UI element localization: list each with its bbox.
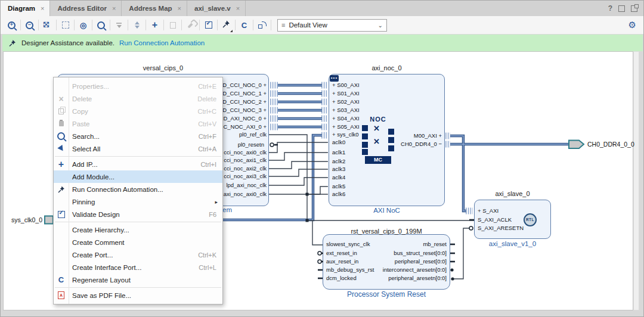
pin-icon [9,39,16,47]
tab-axi-slave-v[interactable]: axi_slave.v × [187,1,246,16]
menu-item-pinning[interactable]: Pinning ▸ [54,195,222,208]
toolbar-separator [181,20,182,30]
port-versal[interactable]: pl0_resetn [238,141,264,148]
port-rst[interactable]: ext_reset_in [326,250,357,256]
port-rst[interactable]: interconnect_aresetn[0:0] [383,266,447,273]
zoom-out-button[interactable]: − [23,18,36,32]
customize-button[interactable] [184,18,197,32]
port-rst[interactable]: mb_reset [423,241,447,247]
validate-design-button[interactable]: ✓ [202,18,215,32]
toolbar-separator [235,20,236,30]
external-port-ddr-label[interactable]: CH0_DDR4_0_0 [587,141,634,148]
port-versal[interactable]: lpd_axi_noc_clk [226,182,267,188]
menu-item-create-interface-port[interactable]: Create Interface Port... Ctrl+L [54,261,222,274]
tab-address-editor[interactable]: Address Editor × [50,1,122,16]
float-icon[interactable] [631,5,637,12]
port-axi-noc[interactable]: aclk1 [332,149,345,156]
port-versal[interactable]: D_CCI_NOC_0 + [222,82,267,88]
settings-gear-icon[interactable]: ⚙ [628,20,636,30]
port-versal[interactable]: IC_NOC_AXI_0 + [222,123,267,130]
menu-item-save-as-pdf[interactable]: A Save as PDF File... [54,289,222,302]
close-icon[interactable]: × [236,5,240,12]
menu-item-create-port[interactable]: Create Port... Ctrl+K [54,248,222,261]
port-axi-noc-ddr[interactable]: CH0_DDR4_0 − [401,141,442,147]
noc-logo: NOC ✕ ✕ MC [361,116,395,164]
port-axi-noc[interactable]: aclk5 [332,183,345,189]
port-rst[interactable]: dcm_locked [326,275,357,281]
duplicate-button[interactable] [166,18,179,32]
menu-item-search[interactable]: Search... Ctrl+F [54,130,222,142]
port-versal[interactable]: pl0_ref_clk [239,131,267,138]
port-axi-noc[interactable]: aclk2 [332,158,345,164]
port-versal[interactable]: D_CCI_NOC_1 + [222,90,267,97]
view-selector-dropdown[interactable]: ≡ Default View ⌄ [277,19,387,32]
search-button[interactable] [95,18,107,32]
zoom-in-button[interactable]: + [5,18,18,32]
port-axi-noc[interactable]: + S02_AXI [332,98,360,105]
port-versal[interactable]: cci_noc_axi2_clk [224,165,267,172]
menu-item-regenerate-layout[interactable]: C Regenerate Layout [54,274,222,286]
port-axi-slave[interactable]: + S_AXI [478,207,499,214]
menu-item-add-ip[interactable]: + Add IP... Ctrl+I [54,158,222,170]
port-rst[interactable]: aux_reset_in [326,258,358,265]
port-axi-noc-m00[interactable]: M00_AXI + [414,132,442,139]
interface-connections-button[interactable] [256,18,268,32]
menu-item-copy: Copy Ctrl+C [54,105,222,117]
menu-item-add-module[interactable]: Add Module... [54,170,222,183]
menu-item-create-comment[interactable]: Create Comment [54,236,222,248]
port-versal[interactable]: D_CCI_NOC_3 + [222,107,267,113]
port-rst[interactable]: peripheral_reset[0:0] [395,258,447,265]
block-caption-axi-slave: axi_slave_v1_0 [474,240,551,247]
close-icon[interactable]: × [112,5,116,12]
tab-address-map[interactable]: Address Map × [122,1,187,16]
port-versal[interactable]: cci_noc_axi3_clk [224,173,267,179]
port-axi-noc[interactable]: aclk6 [332,191,345,197]
toolbar-separator [56,20,57,30]
port-axi-noc[interactable]: aclk4 [332,174,345,181]
menu-item-validate-design[interactable]: ✓ Validate Design F6 [54,208,222,220]
block-caption-rst: Processor System Reset [323,290,450,299]
help-icon[interactable]: ? [608,4,612,13]
close-icon[interactable]: × [178,5,181,12]
port-versal[interactable]: D_CCI_NOC_2 + [222,98,267,105]
port-rst[interactable]: slowest_sync_clk [326,241,370,247]
port-axi-noc[interactable]: + sys_clk0 [332,131,359,138]
block-title-axi-slave: axi_slave_0 [474,190,551,197]
port-axi-noc[interactable]: + S00_AXI [332,82,360,88]
tab-diagram[interactable]: Diagram × [1,1,50,16]
add-ip-button[interactable]: + [148,18,161,32]
port-rst[interactable]: mb_debug_sys_rst [326,266,374,273]
port-axi-noc[interactable]: + S01_AXI [332,90,360,97]
port-axi-noc[interactable]: + S05_AXI [332,123,360,130]
collapse-button[interactable] [113,18,125,32]
run-connection-automation-link[interactable]: Run Connection Automation [119,39,205,46]
expand-button[interactable] [131,18,143,32]
toolbar-separator [38,20,39,30]
port-rst[interactable]: bus_struct_reset[0:0] [394,250,447,256]
center-selection-button[interactable]: ◎ [77,18,89,32]
menu-item-select-all[interactable]: Select All Ctrl+A [54,142,222,155]
zoom-fit-button[interactable]: ⤢⤡ [41,18,54,32]
menu-item-run-connection-automation[interactable]: Run Connection Automation... [54,183,222,195]
run-automation-button[interactable] [220,18,233,32]
port-axi-noc[interactable]: + S03_AXI [332,107,360,113]
close-icon[interactable]: × [41,5,44,12]
port-versal[interactable]: axi_noc_axi0_clk [224,191,267,197]
external-port-sys-clk-label[interactable]: sys_clk0_0 [5,216,42,223]
port-versal[interactable]: D_AXI_NOC_0 + [223,115,267,122]
tab-bar: Diagram × Address Editor × Address Map ×… [1,1,643,17]
port-rst[interactable]: peripheral_aresetn[0:0] [388,275,447,281]
port-axi-slave[interactable]: S_AXI_ARESETN [478,225,524,231]
port-axi-noc[interactable]: aclk3 [332,166,345,172]
port-axi-noc[interactable]: + S04_AXI [332,115,360,122]
vertical-scrollbar[interactable] [633,51,639,310]
regenerate-layout-button[interactable]: C [238,18,250,32]
menu-item-create-hierarchy[interactable]: Create Hierarchy... [54,223,222,236]
port-versal[interactable]: cci_noc_axi0_clk [224,149,267,156]
port-axi-slave[interactable]: S_AXI_ACLK [478,216,512,223]
maximize-icon[interactable] [618,5,625,12]
port-versal[interactable]: cci_noc_axi1_clk [224,157,267,163]
port-axi-noc[interactable]: aclk0 [332,139,345,145]
collapse-dots-icon[interactable]: ••• [330,75,339,82]
zoom-to-selection-button[interactable] [59,18,72,32]
